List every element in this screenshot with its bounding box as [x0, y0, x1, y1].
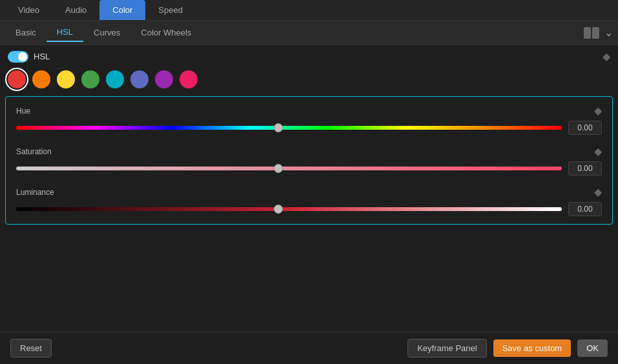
sub-tab-basic[interactable]: Basic [5, 24, 46, 41]
saturation-value-input[interactable] [568, 161, 602, 176]
hue-slider-header: Hue ◆ [16, 105, 602, 117]
saturation-track [16, 167, 562, 170]
saturation-diamond-icon[interactable]: ◆ [594, 145, 602, 157]
hue-thumb[interactable] [274, 123, 283, 132]
circle-yellow[interactable] [57, 70, 75, 88]
chevron-down-icon[interactable]: ⌄ [604, 26, 613, 39]
bottom-bar-right: Keyframe Panel Save as custom OK [407, 339, 608, 358]
hsl-header-row: HSL ◆ [0, 45, 618, 65]
saturation-slider-row: Saturation ◆ [16, 145, 602, 176]
luminance-diamond-icon[interactable]: ◆ [594, 186, 602, 198]
circle-red[interactable] [8, 70, 26, 88]
luminance-slider-row: Luminance ◆ [16, 186, 602, 216]
sub-tab-hsl[interactable]: HSL [46, 23, 83, 42]
circle-blue[interactable] [130, 70, 149, 88]
hsl-diamond-icon[interactable]: ◆ [603, 50, 610, 63]
sub-tab-curves[interactable]: Curves [83, 24, 130, 41]
keyframe-panel-button[interactable]: Keyframe Panel [407, 339, 487, 358]
toggle-knob [18, 52, 27, 61]
sub-tabs-right-controls: ⌄ [584, 26, 613, 39]
hue-slider-row: Hue ◆ [16, 105, 602, 135]
luminance-slider-header: Luminance ◆ [16, 186, 602, 198]
luminance-slider-wrapper [16, 202, 602, 216]
saturation-label: Saturation [16, 147, 52, 156]
luminance-track-container[interactable] [16, 205, 562, 213]
circle-purple[interactable] [155, 70, 173, 88]
luminance-thumb[interactable] [274, 205, 283, 214]
circle-green[interactable] [81, 70, 99, 88]
saturation-slider-header: Saturation ◆ [16, 145, 602, 157]
luminance-value-input[interactable] [568, 202, 602, 216]
save-as-custom-button[interactable]: Save as custom [493, 339, 572, 357]
hsl-label: HSL [34, 52, 50, 61]
luminance-label: Luminance [16, 188, 54, 197]
sliders-container: Hue ◆ Saturation ◆ Luminance ◆ [5, 96, 613, 225]
luminance-track [16, 207, 562, 211]
hue-slider-wrapper [16, 121, 602, 135]
hsl-toggle-switch[interactable] [8, 51, 28, 63]
color-circles-row [0, 65, 618, 94]
dual-panel-icon[interactable] [584, 27, 599, 39]
tab-speed[interactable]: Speed [145, 0, 196, 20]
tab-audio[interactable]: Audio [52, 0, 99, 20]
hue-track-container[interactable] [16, 124, 562, 132]
hue-label: Hue [16, 106, 30, 116]
hue-track [16, 126, 562, 130]
circle-cyan[interactable] [106, 70, 124, 88]
saturation-thumb[interactable] [274, 164, 283, 173]
bottom-bar: Reset Keyframe Panel Save as custom OK [0, 332, 618, 364]
circle-orange[interactable] [32, 70, 50, 88]
tab-video[interactable]: Video [5, 0, 52, 20]
saturation-track-container[interactable] [16, 165, 562, 172]
reset-button[interactable]: Reset [10, 339, 52, 358]
saturation-slider-wrapper [16, 161, 602, 176]
circle-pink[interactable] [180, 70, 198, 88]
hue-diamond-icon[interactable]: ◆ [594, 105, 602, 117]
hue-value-input[interactable] [568, 121, 602, 135]
sub-tabs-bar: Basic HSL Curves Color Wheels ⌄ [0, 21, 618, 45]
tab-color[interactable]: Color [99, 0, 145, 20]
top-tabs-bar: Video Audio Color Speed [0, 0, 618, 21]
ok-button[interactable]: OK [577, 339, 608, 357]
hsl-toggle-group: HSL [8, 51, 50, 63]
sub-tab-color-wheels[interactable]: Color Wheels [130, 24, 201, 41]
